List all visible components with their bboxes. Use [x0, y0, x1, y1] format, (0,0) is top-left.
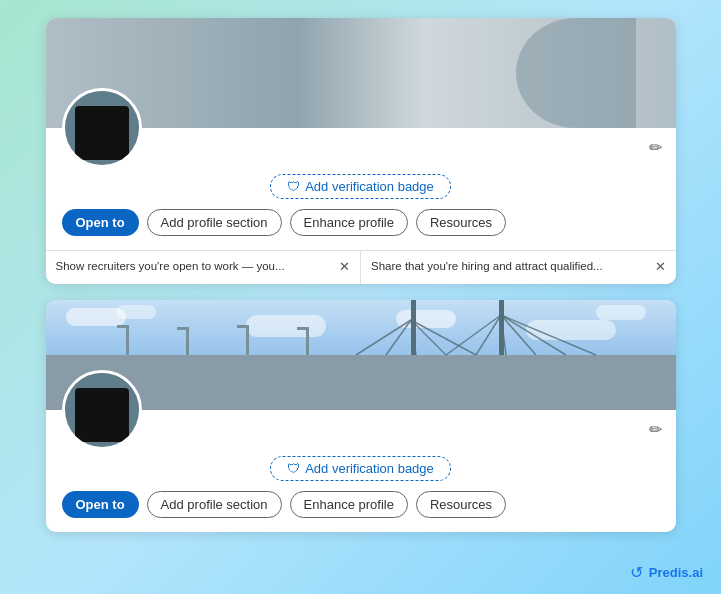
add-profile-section-button-bottom[interactable]: Add profile section: [147, 491, 282, 518]
avatar-image-top: [65, 91, 139, 165]
add-profile-section-button-top[interactable]: Add profile section: [147, 209, 282, 236]
resources-button-top[interactable]: Resources: [416, 209, 506, 236]
svg-line-6: [476, 315, 501, 355]
svg-line-3: [411, 320, 446, 355]
avatar-face-mask-bottom: [75, 388, 129, 442]
svg-line-4: [411, 320, 476, 355]
tooltip-text-open-to: Show recruiters you're open to work — yo…: [56, 259, 285, 274]
avatar-top: [62, 88, 142, 168]
tooltip-close-hiring[interactable]: ✕: [651, 259, 666, 276]
verification-badge-label-top: Add verification badge: [305, 179, 434, 194]
predis-footer: ↺ Predis.ai: [630, 563, 703, 582]
svg-line-8: [501, 315, 536, 355]
action-buttons-bottom: Open to Add profile section Enhance prof…: [46, 491, 676, 532]
verification-badge-label-bottom: Add verification badge: [305, 461, 434, 476]
avatar-row-top: ✏: [46, 88, 676, 168]
action-buttons-top: Open to Add profile section Enhance prof…: [46, 209, 676, 250]
svg-line-7: [501, 315, 506, 355]
avatar-bottom: [62, 370, 142, 450]
enhance-profile-button-top[interactable]: Enhance profile: [290, 209, 408, 236]
edit-pencil-bottom[interactable]: ✏: [649, 420, 662, 439]
svg-line-5: [446, 315, 501, 355]
predis-logo-icon: ↺: [630, 563, 643, 582]
predis-brand-name: Predis.ai: [649, 565, 703, 580]
tooltip-close-open-to[interactable]: ✕: [335, 259, 350, 276]
shield-icon-bottom: 🛡: [287, 461, 300, 476]
enhance-profile-button-bottom[interactable]: Enhance profile: [290, 491, 408, 518]
add-verification-badge-button-top[interactable]: 🛡 Add verification badge: [270, 174, 451, 199]
svg-line-1: [386, 320, 411, 355]
resources-button-bottom[interactable]: Resources: [416, 491, 506, 518]
tooltip-text-hiring: Share that you're hiring and attract qua…: [371, 259, 603, 274]
open-to-button-bottom[interactable]: Open to: [62, 491, 139, 518]
avatar-row-bottom: ✏: [46, 370, 676, 450]
verification-row-bottom: 🛡 Add verification badge: [46, 456, 676, 481]
tooltip-item-open-to: Show recruiters you're open to work — yo…: [46, 251, 362, 284]
edit-pencil-top[interactable]: ✏: [649, 138, 662, 157]
profile-card-bottom: ✏ 🛡 Add verification badge Open to Add p…: [46, 300, 676, 532]
svg-line-9: [501, 315, 566, 355]
add-verification-badge-button-bottom[interactable]: 🛡 Add verification badge: [270, 456, 451, 481]
open-to-button-top[interactable]: Open to: [62, 209, 139, 236]
svg-line-10: [501, 315, 596, 355]
svg-line-0: [356, 320, 411, 355]
tooltip-row-top: Show recruiters you're open to work — yo…: [46, 250, 676, 284]
verification-row-top: 🛡 Add verification badge: [46, 174, 676, 199]
profile-card-top: ✏ 🛡 Add verification badge Open to Add p…: [46, 18, 676, 284]
avatar-image-bottom: [65, 373, 139, 447]
avatar-face-mask: [75, 106, 129, 160]
tooltip-item-hiring: Share that you're hiring and attract qua…: [361, 251, 676, 284]
shield-icon-top: 🛡: [287, 179, 300, 194]
